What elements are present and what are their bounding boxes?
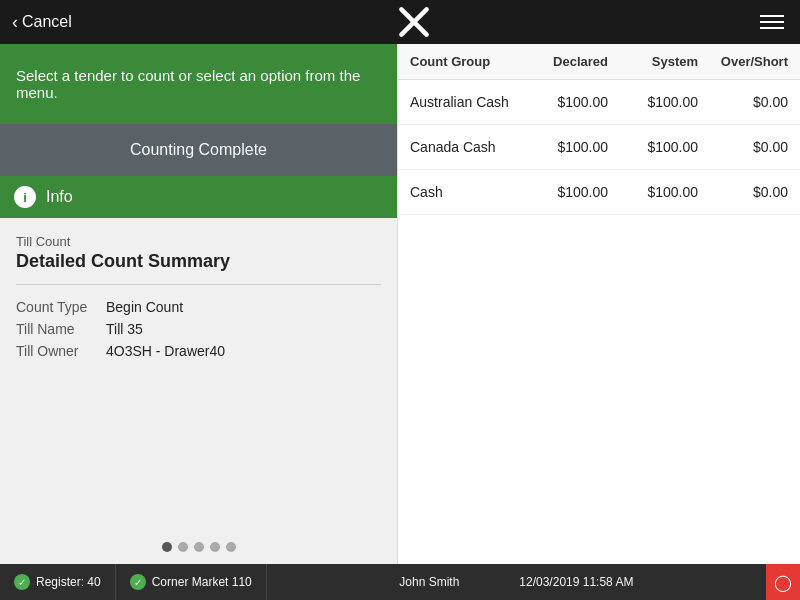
status-center: John Smith 12/03/2019 11:58 AM [267, 575, 766, 589]
status-right-button[interactable]: ◯ [766, 564, 800, 600]
cell-count-group: Cash [410, 184, 518, 200]
count-type-row: Count Type Begin Count [16, 299, 381, 315]
col-system: System [608, 54, 698, 69]
cell-declared: $100.00 [518, 94, 608, 110]
cell-over-short: $0.00 [698, 94, 788, 110]
cell-declared: $100.00 [518, 184, 608, 200]
dot-1[interactable] [162, 542, 172, 552]
status-right-icon: ◯ [774, 573, 792, 592]
bottom-status-bar: ✓ Register: 40 ✓ Corner Market 110 John … [0, 564, 800, 600]
cell-count-group: Australian Cash [410, 94, 518, 110]
right-panel: Count Group Declared System Over/Short A… [397, 44, 800, 564]
user-name: John Smith [399, 575, 459, 589]
logo-icon [396, 4, 432, 40]
pagination-dots [0, 530, 397, 564]
hamburger-line-3 [760, 27, 784, 29]
instruction-box: Select a tender to count or select an op… [0, 44, 397, 124]
table-row[interactable]: Australian Cash$100.00$100.00$0.00 [398, 80, 800, 125]
register-label: Register: 40 [36, 575, 101, 589]
register-check-icon: ✓ [14, 574, 30, 590]
counting-complete-button[interactable]: Counting Complete [0, 124, 397, 176]
cell-system: $100.00 [608, 94, 698, 110]
summary-title: Detailed Count Summary [16, 251, 381, 272]
dot-4[interactable] [210, 542, 220, 552]
dot-5[interactable] [226, 542, 236, 552]
market-label: Corner Market 110 [152, 575, 252, 589]
info-label: Info [46, 188, 73, 206]
cell-system: $100.00 [608, 184, 698, 200]
menu-button[interactable] [756, 11, 788, 33]
till-owner-key: Till Owner [16, 343, 106, 359]
table-body: Australian Cash$100.00$100.00$0.00Canada… [398, 80, 800, 564]
register-status: ✓ Register: 40 [0, 564, 116, 600]
app-logo [396, 4, 432, 40]
col-declared: Declared [518, 54, 608, 69]
till-name-row: Till Name Till 35 [16, 321, 381, 337]
cell-over-short: $0.00 [698, 139, 788, 155]
till-name-value: Till 35 [106, 321, 143, 337]
col-count-group: Count Group [410, 54, 518, 69]
till-count-label: Till Count [16, 234, 381, 249]
detail-section: Till Count Detailed Count Summary Count … [0, 218, 397, 530]
count-type-value: Begin Count [106, 299, 183, 315]
hamburger-line-1 [760, 15, 784, 17]
main-content: Select a tender to count or select an op… [0, 44, 800, 564]
cancel-label: Cancel [22, 13, 72, 31]
back-chevron-icon: ‹ [12, 12, 18, 33]
cancel-button[interactable]: ‹ Cancel [12, 12, 72, 33]
dot-3[interactable] [194, 542, 204, 552]
top-navigation-bar: ‹ Cancel [0, 0, 800, 44]
col-over-short: Over/Short [698, 54, 788, 69]
table-row[interactable]: Canada Cash$100.00$100.00$0.00 [398, 125, 800, 170]
hamburger-line-2 [760, 21, 784, 23]
cell-over-short: $0.00 [698, 184, 788, 200]
cell-declared: $100.00 [518, 139, 608, 155]
datetime: 12/03/2019 11:58 AM [519, 575, 633, 589]
table-row[interactable]: Cash$100.00$100.00$0.00 [398, 170, 800, 215]
till-owner-row: Till Owner 4O3SH - Drawer40 [16, 343, 381, 359]
left-panel: Select a tender to count or select an op… [0, 44, 397, 564]
table-header: Count Group Declared System Over/Short [398, 44, 800, 80]
info-bar: i Info [0, 176, 397, 218]
cell-system: $100.00 [608, 139, 698, 155]
divider [16, 284, 381, 285]
count-type-key: Count Type [16, 299, 106, 315]
cell-count-group: Canada Cash [410, 139, 518, 155]
till-owner-value: 4O3SH - Drawer40 [106, 343, 225, 359]
info-icon: i [14, 186, 36, 208]
market-status: ✓ Corner Market 110 [116, 564, 267, 600]
dot-2[interactable] [178, 542, 188, 552]
till-name-key: Till Name [16, 321, 106, 337]
market-check-icon: ✓ [130, 574, 146, 590]
instruction-text: Select a tender to count or select an op… [16, 67, 381, 101]
